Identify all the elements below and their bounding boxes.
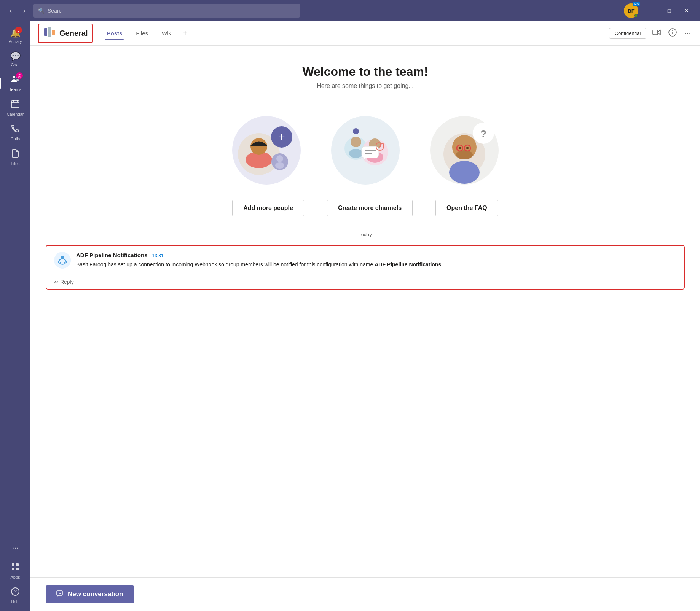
new-conversation-button[interactable]: New conversation xyxy=(46,585,134,603)
svg-point-18 xyxy=(672,30,673,31)
search-bar[interactable]: 🔍 Search xyxy=(33,4,300,18)
activity-badge: 8 xyxy=(15,27,22,33)
svg-point-29 xyxy=(349,149,363,158)
sidebar-item-chat[interactable]: 💬 Chat xyxy=(0,48,30,70)
date-divider: Today xyxy=(46,232,685,237)
files-icon xyxy=(11,149,20,160)
posts-area: Welcome to the team! Here are some thing… xyxy=(30,46,700,577)
chat-icon: 💬 xyxy=(10,51,21,61)
reply-label: ↩ Reply xyxy=(54,279,74,285)
title-bar-right: ··· BF MS — □ ✕ xyxy=(611,3,695,18)
sidebar-item-help[interactable]: ? Help xyxy=(0,584,30,607)
forward-button[interactable]: › xyxy=(18,5,30,17)
title-more-button[interactable]: ··· xyxy=(611,7,619,15)
teams-notification-badge: @ xyxy=(16,72,23,79)
reply-button[interactable]: ↩ Reply xyxy=(46,275,684,289)
new-conversation-icon xyxy=(56,590,64,598)
calls-icon xyxy=(11,124,20,135)
avatar-initials: BF xyxy=(628,8,634,14)
sidebar-label-chat: Chat xyxy=(11,62,19,67)
tab-files[interactable]: Files xyxy=(130,27,154,40)
channel-name: General xyxy=(59,29,88,38)
sidebar-item-apps[interactable]: Apps xyxy=(0,559,30,582)
svg-point-51 xyxy=(61,256,64,259)
sidebar-label-help: Help xyxy=(11,600,20,604)
maximize-button[interactable]: □ xyxy=(660,5,678,17)
add-people-illustration: + xyxy=(232,116,301,185)
message-content: ADF Pipeline Notifications 13:31 Basit F… xyxy=(76,252,676,269)
message-avatar xyxy=(54,252,71,269)
message-time: 13:31 xyxy=(152,253,164,258)
sidebar-label-calls: Calls xyxy=(11,137,20,141)
close-button[interactable]: ✕ xyxy=(678,5,695,17)
sidebar-more-button[interactable]: ··· xyxy=(9,540,22,555)
content-area: General Posts Files Wiki + Confidential xyxy=(30,21,700,611)
back-button[interactable]: ‹ xyxy=(5,5,17,17)
svg-point-26 xyxy=(275,162,284,169)
sidebar-label-activity: Activity xyxy=(9,39,22,44)
svg-point-25 xyxy=(276,155,283,162)
message-body: Basit Farooq has set up a connection to … xyxy=(76,261,676,269)
sidebar: 🔔 8 Activity 💬 Chat @ Teams xyxy=(0,21,30,611)
svg-point-28 xyxy=(351,137,361,147)
add-people-card: + xyxy=(232,116,301,185)
calendar-icon xyxy=(11,99,20,111)
welcome-section: Welcome to the team! Here are some thing… xyxy=(46,53,685,105)
create-channels-illustration xyxy=(331,116,400,185)
svg-rect-8 xyxy=(12,568,14,570)
svg-text:?: ? xyxy=(480,128,486,140)
svg-point-30 xyxy=(353,128,359,134)
svg-point-21 xyxy=(250,138,267,155)
sidebar-item-teams[interactable]: @ Teams xyxy=(0,72,30,95)
svg-rect-14 xyxy=(52,30,55,35)
sidebar-item-activity[interactable]: 🔔 8 Activity xyxy=(0,25,30,47)
svg-point-0 xyxy=(13,76,15,78)
create-channels-card xyxy=(331,116,400,185)
add-people-button[interactable]: Add more people xyxy=(232,200,304,216)
sidebar-label-teams: Teams xyxy=(9,87,21,92)
header-more-button[interactable]: ··· xyxy=(683,27,692,39)
svg-rect-9 xyxy=(16,568,19,570)
avatar-button[interactable]: BF MS xyxy=(624,3,638,18)
sidebar-item-calls[interactable]: Calls xyxy=(0,121,30,144)
channel-name-area: General xyxy=(38,24,93,43)
svg-point-46 xyxy=(459,147,461,149)
svg-point-42 xyxy=(456,150,473,159)
create-channels-button[interactable]: Create more channels xyxy=(327,200,413,216)
sidebar-item-calendar[interactable]: Calendar xyxy=(0,96,30,119)
faq-illustration: ? xyxy=(430,116,499,185)
teams-icon: @ xyxy=(11,75,20,86)
window-controls: — □ ✕ xyxy=(643,5,695,17)
illustration-row: + xyxy=(46,116,685,185)
search-placeholder: Search xyxy=(48,8,64,14)
message-sender: ADF Pipeline Notifications xyxy=(76,252,148,258)
tab-posts[interactable]: Posts xyxy=(100,27,128,40)
avatar-ms-badge: MS xyxy=(633,2,640,6)
open-faq-button[interactable]: Open the FAQ xyxy=(435,200,498,216)
action-buttons-row: Add more people Create more channels Ope… xyxy=(46,200,685,216)
sidebar-label-apps: Apps xyxy=(10,575,20,579)
tab-wiki[interactable]: Wiki xyxy=(156,27,179,40)
avatar-online-indicator xyxy=(634,14,638,18)
help-icon: ? xyxy=(11,587,20,598)
search-icon: 🔍 xyxy=(38,8,45,14)
sidebar-item-files[interactable]: Files xyxy=(0,146,30,169)
main-container: 🔔 8 Activity 💬 Chat @ Teams xyxy=(0,21,700,611)
apps-icon xyxy=(11,562,20,574)
confidential-button[interactable]: Confidential xyxy=(609,28,647,39)
svg-rect-7 xyxy=(16,563,19,566)
channel-header: General Posts Files Wiki + Confidential xyxy=(30,21,700,46)
sidebar-label-calendar: Calendar xyxy=(7,112,24,116)
minimize-button[interactable]: — xyxy=(643,5,660,17)
nav-buttons: ‹ › xyxy=(5,5,30,17)
svg-text:+: + xyxy=(278,130,285,143)
message-item: ADF Pipeline Notifications 13:31 Basit F… xyxy=(46,246,684,275)
activity-icon: 🔔 8 xyxy=(10,28,21,38)
svg-point-50 xyxy=(54,252,71,269)
sidebar-divider xyxy=(8,557,23,557)
tab-add-button[interactable]: + xyxy=(180,28,190,39)
svg-text:?: ? xyxy=(14,589,17,595)
info-button[interactable] xyxy=(667,27,678,40)
faq-card: ? xyxy=(430,116,499,185)
video-call-button[interactable] xyxy=(651,27,662,40)
